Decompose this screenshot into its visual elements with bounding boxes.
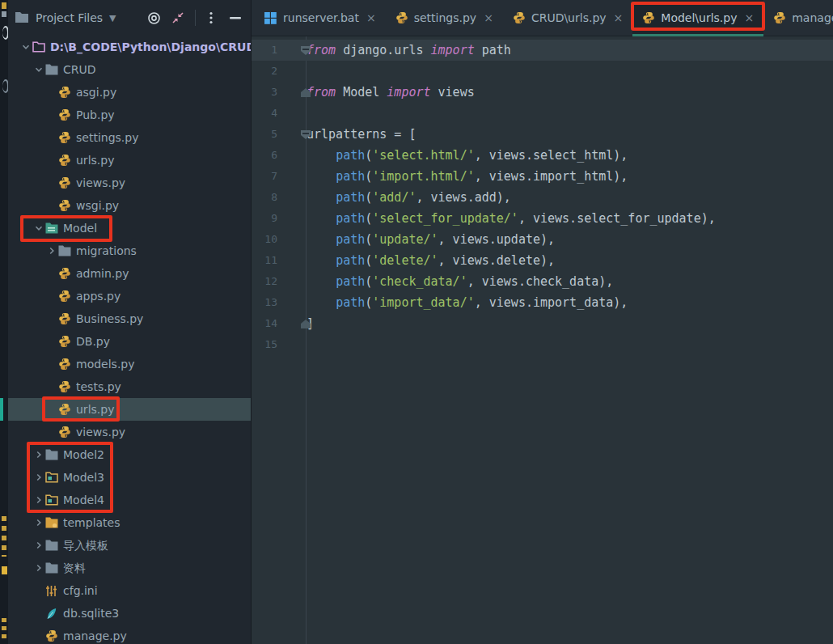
tab-settings-py[interactable]: settings.py×	[386, 0, 503, 36]
code-text: path('import_data/', views.import_data),	[307, 292, 833, 313]
code-line-14[interactable]: 14]	[252, 313, 833, 334]
tree-item-pub-py[interactable]: Pub.py	[8, 104, 251, 126]
folder-icon	[45, 63, 59, 76]
code-line-1[interactable]: 1from django.urls import path	[252, 40, 833, 61]
tree-item-db-py[interactable]: DB.py	[8, 330, 251, 353]
line-number[interactable]: 2	[252, 61, 277, 82]
tab-label: CRUD\urls.py	[531, 11, 607, 24]
chevron-right-icon[interactable]	[32, 496, 45, 504]
tree-item-model[interactable]: Model	[8, 217, 251, 239]
tree-item-label: apps.py	[76, 290, 121, 303]
code-line-9[interactable]: 9 path('select_for_update/', views.selec…	[252, 208, 833, 229]
chevron-right-icon[interactable]	[32, 451, 45, 459]
code-line-3[interactable]: 3from Model import views	[252, 82, 833, 103]
tree-item-资料[interactable]: 资料	[8, 557, 251, 579]
tree-item-label: wsgi.py	[76, 199, 119, 212]
tab-crud-urls-py[interactable]: CRUD\urls.py×	[503, 0, 632, 36]
tree-item-views-py[interactable]: views.py	[8, 421, 251, 443]
tree-item-migrations[interactable]: migrations	[8, 239, 251, 262]
line-number[interactable]: 13	[252, 292, 277, 313]
close-icon[interactable]: ×	[484, 12, 493, 23]
tree-item-urls-py[interactable]: urls.py	[8, 149, 251, 172]
chevron-right-icon[interactable]	[32, 541, 45, 549]
python-icon	[58, 358, 72, 371]
code-line-6[interactable]: 6 path('select.html/', views.select_html…	[252, 145, 833, 166]
collapse-all-icon[interactable]	[169, 9, 187, 27]
editor-area: runserver.bat×settings.py×CRUD\urls.py×M…	[252, 0, 833, 644]
close-icon[interactable]: ×	[366, 12, 376, 23]
code-line-4[interactable]: 4	[252, 103, 833, 124]
tree-item-business-py[interactable]: Business.py	[8, 307, 251, 330]
tree-item-model4[interactable]: Model4	[8, 489, 251, 511]
tree-item-views-py[interactable]: views.py	[8, 172, 251, 194]
code-line-12[interactable]: 12 path('check_data/', views.check_data)…	[252, 271, 833, 292]
code-line-2[interactable]: 2	[252, 61, 833, 82]
tab-runserver-bat[interactable]: runserver.bat×	[255, 0, 386, 36]
close-icon[interactable]: ×	[744, 12, 754, 23]
ide-window: Project Files ▼ D:\B_CODE\Python\Django\…	[0, 0, 833, 644]
tree-item-wsgi-py[interactable]: wsgi.py	[8, 194, 251, 217]
chevron-down-icon[interactable]	[32, 66, 45, 74]
code-editor[interactable]: 1from django.urls import path23from Mode…	[252, 36, 833, 644]
line-number[interactable]: 9	[252, 208, 277, 229]
locate-icon[interactable]	[145, 9, 163, 27]
tree-item-导入模板[interactable]: 导入模板	[8, 534, 251, 557]
tree-item-model2[interactable]: Model2	[8, 443, 251, 466]
chevron-right-icon[interactable]	[32, 473, 45, 481]
line-number[interactable]: 10	[252, 229, 277, 250]
line-number[interactable]: 15	[252, 334, 277, 355]
line-number[interactable]: 6	[252, 145, 277, 166]
tab-manage-py[interactable]: manage.py×	[763, 0, 833, 36]
python-icon	[58, 154, 72, 167]
folder-app-icon	[45, 222, 59, 235]
tree-item-templates[interactable]: templates	[8, 511, 251, 534]
hide-panel-icon[interactable]	[226, 9, 244, 27]
code-line-10[interactable]: 10 path('update/', views.update),	[252, 229, 833, 250]
tree-item-label: Model	[63, 222, 97, 235]
tree-item-models-py[interactable]: models.py	[8, 353, 251, 375]
line-number[interactable]: 7	[252, 166, 277, 187]
code-line-11[interactable]: 11 path('delete/', views.delete),	[252, 250, 833, 271]
tree-item-model3[interactable]: Model3	[8, 466, 251, 489]
tree-item-admin-py[interactable]: admin.py	[8, 262, 251, 285]
chevron-down-icon[interactable]	[19, 43, 32, 51]
editor-tab-bar: runserver.bat×settings.py×CRUD\urls.py×M…	[252, 0, 833, 36]
chevron-down-icon[interactable]	[32, 224, 45, 232]
line-number[interactable]: 12	[252, 271, 277, 292]
tree-item-crud[interactable]: CRUD	[8, 58, 251, 81]
tree-item-apps-py[interactable]: apps.py	[8, 285, 251, 307]
tree-item-settings-py[interactable]: settings.py	[8, 126, 251, 149]
code-text: from Model import views	[307, 82, 833, 103]
line-number[interactable]: 8	[252, 187, 277, 208]
close-icon[interactable]: ×	[614, 12, 624, 23]
tree-item-d-b-code-python-django-crud[interactable]: D:\B_CODE\Python\Django\CRUD	[8, 36, 251, 58]
chevron-right-icon[interactable]	[32, 564, 45, 572]
tab-model-urls-py[interactable]: Model\urls.py×	[632, 0, 763, 36]
more-options-icon[interactable]	[202, 9, 220, 27]
chevron-right-icon[interactable]	[45, 247, 58, 255]
edge-fragment	[2, 2, 6, 9]
chevron-down-icon[interactable]: ▼	[109, 13, 116, 23]
chevron-right-icon[interactable]	[32, 519, 45, 527]
code-line-5[interactable]: 5urlpatterns = [	[252, 124, 833, 145]
code-line-15[interactable]: 15	[252, 334, 833, 355]
tree-item-label: cfg.ini	[63, 584, 98, 597]
code-line-13[interactable]: 13 path('import_data/', views.import_dat…	[252, 292, 833, 313]
line-number[interactable]: 5	[252, 124, 277, 145]
tree-item-db-sqlite3[interactable]: db.sqlite3	[8, 602, 251, 625]
line-number[interactable]: 1	[252, 40, 277, 61]
tree-item-tests-py[interactable]: tests.py	[8, 375, 251, 398]
project-view-selector[interactable]: Project Files	[36, 11, 103, 24]
code-line-7[interactable]: 7 path('import.html/', views.import_html…	[252, 166, 833, 187]
line-number[interactable]: 14	[252, 313, 277, 334]
line-number[interactable]: 4	[252, 103, 277, 124]
tree-item-urls-py[interactable]: urls.py	[8, 398, 251, 421]
divider	[195, 10, 196, 26]
line-number[interactable]: 11	[252, 250, 277, 271]
code-line-8[interactable]: 8 path('add/', views.add),	[252, 187, 833, 208]
line-number[interactable]: 3	[252, 82, 277, 103]
tree-item-asgi-py[interactable]: asgi.py	[8, 81, 251, 104]
python-icon	[58, 380, 72, 393]
tree-item-cfg-ini[interactable]: cfg.ini	[8, 579, 251, 602]
tree-item-manage-py[interactable]: manage.py	[8, 625, 251, 644]
